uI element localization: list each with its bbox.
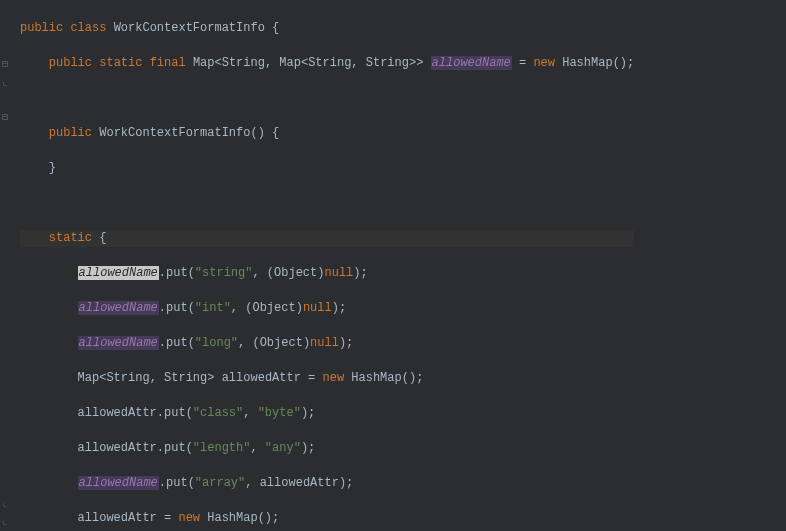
code-line[interactable]: public WorkContextFormatInfo() { bbox=[20, 125, 634, 143]
code-line[interactable]: public static final Map<String, Map<Stri… bbox=[20, 55, 634, 73]
code-line[interactable]: allowedName.put("long", (Object)null); bbox=[20, 335, 634, 353]
code-line[interactable] bbox=[20, 90, 634, 108]
code-line[interactable]: allowedName.put("array", allowedAttr); bbox=[20, 475, 634, 493]
field-allowedName[interactable]: allowedName bbox=[78, 266, 159, 280]
code-line[interactable]: allowedName.put("string", (Object)null); bbox=[20, 265, 634, 283]
field-allowedName[interactable]: allowedName bbox=[78, 336, 159, 350]
code-line[interactable]: Map<String, String> allowedAttr = new Ha… bbox=[20, 370, 634, 388]
code-line[interactable]: } bbox=[20, 160, 634, 178]
fold-marker[interactable]: ⊟ bbox=[2, 56, 8, 74]
fold-marker[interactable]: ⌞ bbox=[2, 495, 8, 513]
fold-marker[interactable]: ⊟ bbox=[2, 109, 8, 127]
field-allowedName[interactable]: allowedName bbox=[78, 476, 159, 490]
code-editor[interactable]: ⊟ ⌞ ⊟ ⌞ ⌞ public class WorkContextFormat… bbox=[0, 0, 786, 531]
field-allowedName[interactable]: allowedName bbox=[78, 301, 159, 315]
field-allowedName[interactable]: allowedName bbox=[431, 56, 512, 70]
code-line[interactable]: public class WorkContextFormatInfo { bbox=[20, 20, 634, 38]
fold-marker[interactable]: ⌞ bbox=[2, 74, 8, 92]
code-line[interactable] bbox=[20, 195, 634, 213]
gutter: ⊟ ⌞ ⊟ ⌞ ⌞ bbox=[0, 0, 12, 531]
code-line[interactable]: allowedAttr.put("class", "byte"); bbox=[20, 405, 634, 423]
code-line[interactable]: static { bbox=[20, 230, 634, 248]
fold-marker[interactable]: ⌞ bbox=[2, 513, 8, 531]
code-line[interactable]: allowedAttr.put("length", "any"); bbox=[20, 440, 634, 458]
code-area[interactable]: public class WorkContextFormatInfo { pub… bbox=[12, 0, 634, 531]
code-line[interactable]: allowedName.put("int", (Object)null); bbox=[20, 300, 634, 318]
code-line[interactable]: allowedAttr = new HashMap(); bbox=[20, 510, 634, 528]
